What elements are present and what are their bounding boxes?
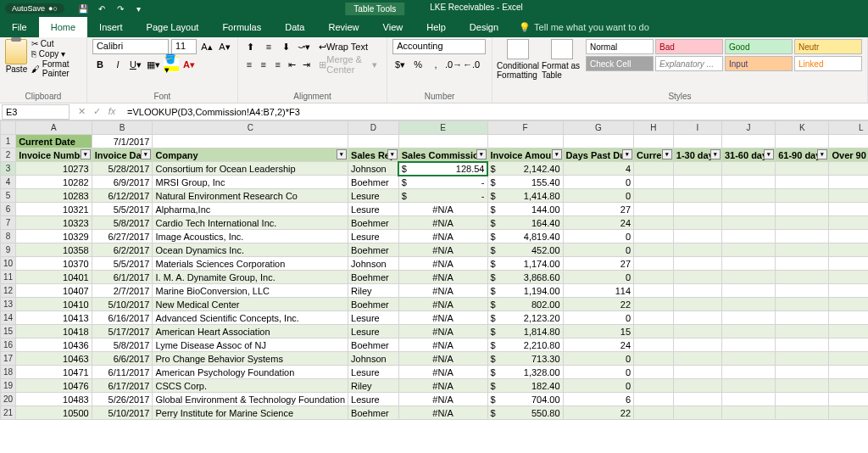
- cell[interactable]: [721, 352, 775, 366]
- cell[interactable]: 27: [563, 203, 633, 216]
- cell[interactable]: [829, 189, 868, 203]
- cell[interactable]: Global Environment & Technology Foundati…: [153, 393, 348, 406]
- cell[interactable]: 10471: [16, 366, 92, 379]
- cell[interactable]: Invoice Date▾: [92, 148, 153, 162]
- cell[interactable]: 1-30 days▾: [673, 148, 721, 162]
- row-header[interactable]: 4: [1, 176, 16, 189]
- cell[interactable]: [673, 135, 721, 148]
- cell[interactable]: 10282: [16, 176, 92, 189]
- cell[interactable]: Lesure: [348, 189, 399, 203]
- cell[interactable]: 6/11/2017: [92, 366, 153, 379]
- cell[interactable]: Lesure: [348, 203, 399, 216]
- col-header[interactable]: G: [563, 121, 633, 135]
- cell[interactable]: $164.40: [487, 216, 563, 230]
- cell[interactable]: 5/26/2017: [92, 393, 153, 406]
- cell[interactable]: [721, 311, 775, 325]
- style-bad[interactable]: Bad: [655, 39, 723, 54]
- filter-icon[interactable]: ▾: [710, 149, 721, 159]
- cell[interactable]: [776, 176, 829, 189]
- row-header[interactable]: 6: [1, 203, 16, 216]
- col-header[interactable]: D: [348, 121, 399, 135]
- cell[interactable]: [829, 162, 868, 176]
- format-painter-button[interactable]: 🖌 Format Painter: [31, 59, 81, 78]
- cell[interactable]: $2,123.20: [487, 311, 563, 325]
- style-check-cell[interactable]: Check Cell: [586, 56, 654, 71]
- cell[interactable]: [673, 189, 721, 203]
- cell[interactable]: [634, 338, 674, 352]
- cell[interactable]: [563, 135, 633, 148]
- cut-button[interactable]: ✂ Cut: [31, 39, 81, 48]
- filter-icon[interactable]: ▾: [817, 149, 827, 159]
- cell[interactable]: [634, 298, 674, 311]
- cell[interactable]: [721, 393, 775, 406]
- cell[interactable]: [153, 135, 348, 148]
- style-neutral[interactable]: Neutr: [794, 39, 862, 54]
- cell[interactable]: [776, 338, 829, 352]
- cell[interactable]: [776, 406, 829, 420]
- cell[interactable]: [634, 366, 674, 379]
- cell[interactable]: Over 90 days▾: [829, 148, 868, 162]
- cell[interactable]: [673, 284, 721, 298]
- tell-me-search[interactable]: 💡 Tell me what you want to do: [510, 17, 658, 37]
- filter-icon[interactable]: ▾: [141, 149, 151, 159]
- cell[interactable]: 5/8/2017: [92, 216, 153, 230]
- cell[interactable]: [829, 230, 868, 243]
- cell[interactable]: [776, 298, 829, 311]
- cell[interactable]: [721, 189, 775, 203]
- cell[interactable]: 0: [563, 352, 633, 366]
- row-header[interactable]: 1: [1, 135, 16, 148]
- cell[interactable]: [634, 379, 674, 393]
- cell[interactable]: [829, 298, 868, 311]
- cell[interactable]: [634, 230, 674, 243]
- cell[interactable]: [673, 257, 721, 271]
- cell[interactable]: Johnson: [348, 257, 399, 271]
- increase-decimal-icon[interactable]: .0→: [446, 57, 461, 72]
- cancel-formula-icon[interactable]: ✕: [75, 106, 88, 117]
- cell[interactable]: [673, 176, 721, 189]
- filter-icon[interactable]: ▾: [764, 149, 774, 159]
- row-header[interactable]: 14: [1, 311, 16, 325]
- cell[interactable]: $2,210.80: [487, 338, 563, 352]
- tab-file[interactable]: File: [0, 17, 39, 37]
- row-header[interactable]: 5: [1, 189, 16, 203]
- cell[interactable]: $2,142.40: [487, 162, 563, 176]
- cell[interactable]: [673, 162, 721, 176]
- cell[interactable]: [776, 325, 829, 338]
- cell[interactable]: American Psychology Foundation: [153, 366, 348, 379]
- row-header[interactable]: 3: [1, 162, 16, 176]
- cell[interactable]: Riley: [348, 379, 399, 393]
- cell[interactable]: 10476: [16, 379, 92, 393]
- cell[interactable]: [721, 176, 775, 189]
- cell[interactable]: $128.54: [398, 162, 487, 176]
- cell[interactable]: [829, 203, 868, 216]
- cell[interactable]: Invoice Amount▾: [487, 148, 563, 162]
- cell[interactable]: Ocean Dynamics Inc.: [153, 243, 348, 257]
- cell[interactable]: 10500: [16, 406, 92, 420]
- decrease-indent-icon[interactable]: ⇤: [287, 57, 298, 72]
- cell[interactable]: 6/6/2017: [92, 352, 153, 366]
- cell[interactable]: [721, 271, 775, 284]
- align-top-icon[interactable]: ⬆: [243, 39, 259, 54]
- cell[interactable]: Lesure: [348, 393, 399, 406]
- style-good[interactable]: Good: [725, 39, 793, 54]
- cell[interactable]: [487, 135, 563, 148]
- cell[interactable]: #N/A: [398, 203, 487, 216]
- cell[interactable]: [673, 311, 721, 325]
- col-header[interactable]: B: [92, 121, 153, 135]
- cell[interactable]: [721, 135, 775, 148]
- cell[interactable]: [776, 216, 829, 230]
- cell[interactable]: [634, 257, 674, 271]
- cell[interactable]: [673, 338, 721, 352]
- cell[interactable]: 27: [563, 257, 633, 271]
- cell[interactable]: 10273: [16, 162, 92, 176]
- filter-icon[interactable]: ▾: [662, 149, 672, 159]
- cell[interactable]: 15: [563, 325, 633, 338]
- cell[interactable]: [673, 393, 721, 406]
- cell[interactable]: [721, 366, 775, 379]
- conditional-formatting-button[interactable]: Conditional Formatting: [498, 39, 538, 80]
- cell[interactable]: 10483: [16, 393, 92, 406]
- cell[interactable]: MRSI Group, Inc: [153, 176, 348, 189]
- cell[interactable]: 4: [563, 162, 633, 176]
- cell[interactable]: Boehmer: [348, 216, 399, 230]
- format-as-table-button[interactable]: Format as Table: [542, 39, 582, 80]
